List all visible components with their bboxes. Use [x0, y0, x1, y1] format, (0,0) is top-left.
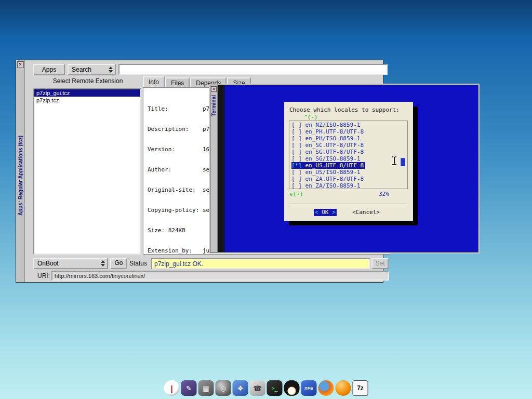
desktop: ✕ Apps: Regular Applications (tcz) Apps …	[0, 0, 532, 399]
terminal-titlebar[interactable]: ✕ Terminal	[210, 85, 218, 252]
tab-files[interactable]: Files	[165, 77, 190, 87]
terminal-title: Terminal	[211, 95, 217, 116]
7zip-icon[interactable]: 7z	[353, 380, 368, 396]
uri-label: URI:	[37, 272, 50, 280]
scroll-up-indicator[interactable]: ^(-)	[304, 114, 318, 121]
locale-list: [ ] en_NZ/ISO-8859-1 [ ] en_PH.UTF-8/UTF…	[289, 121, 408, 189]
locale-item-selected[interactable]: [*] en_US.UTF-8/UTF-8	[291, 162, 365, 169]
onboot-label: OnBoot	[37, 260, 59, 267]
print-icon[interactable]: ☎	[250, 380, 265, 396]
close-icon[interactable]: ✕	[17, 61, 24, 68]
scroll-percent: 32%	[379, 191, 389, 197]
updown-arrows-icon	[108, 66, 114, 73]
go-button[interactable]: Go	[110, 258, 127, 269]
dialog-separator	[288, 204, 409, 204]
set-button: Set	[371, 258, 389, 269]
scroll-down-indicator[interactable]: v(+)	[289, 191, 303, 197]
search-mode-dropdown[interactable]: Search	[68, 64, 116, 75]
terminal-scrollbar[interactable]	[218, 85, 224, 252]
locale-item[interactable]: [ ] en_US/ISO-8859-1	[291, 169, 360, 176]
tux-icon[interactable]	[284, 380, 300, 396]
cancel-button[interactable]: <Cancel>	[352, 209, 380, 216]
apps-window-title: Apps: Regular Applications (tcz)	[18, 136, 23, 216]
ok-button[interactable]: < OK >	[314, 209, 337, 216]
terminal-icon[interactable]: >_	[267, 380, 283, 396]
list-item[interactable]: p7zip.tcz	[34, 97, 140, 104]
status-field[interactable]	[151, 258, 370, 269]
close-icon[interactable]: ✕	[211, 86, 217, 92]
locale-item[interactable]: [ ] en_PH/ISO-8859-1	[291, 135, 360, 142]
power-icon[interactable]: |	[164, 380, 180, 396]
extension-listbox[interactable]: p7zip_gui.tcz p7zip.tcz	[33, 88, 141, 255]
ibeam-cursor-icon	[392, 156, 396, 165]
status-label: Status	[129, 260, 147, 267]
dock: | ✎ ▤ ◎ ❖ ☎ >_ XFE 7z	[164, 380, 368, 396]
locale-item[interactable]: [ ] en_SC.UTF-8/UTF-8	[291, 142, 364, 149]
terminal-window: ✕ Terminal Choose which locales to suppo…	[210, 85, 478, 252]
scrollbar-thumb[interactable]	[401, 158, 405, 166]
fetch-icon[interactable]	[336, 380, 351, 396]
locale-item[interactable]: [ ] en_NZ/ISO-8859-1	[291, 122, 360, 128]
locale-item[interactable]: [ ] en_ZA.UTF-8/UTF-8	[291, 176, 364, 182]
dialog-title: Choose which locales to support:	[289, 107, 400, 113]
tab-info[interactable]: Info	[143, 76, 165, 87]
firefox-icon[interactable]	[318, 380, 334, 396]
locale-item[interactable]: [ ] en_PH.UTF-8/UTF-8	[291, 128, 364, 135]
locale-item[interactable]: [ ] en_SG.UTF-8/UTF-8	[291, 149, 364, 155]
list-item[interactable]: p7zip_gui.tcz	[34, 89, 140, 97]
xfe-icon[interactable]: XFE	[301, 380, 317, 396]
locale-item[interactable]: [ ] en_SG/ISO-8859-1	[291, 155, 360, 162]
uri-field[interactable]	[51, 271, 389, 281]
search-mode-label: Search	[72, 66, 91, 73]
image-viewer-icon[interactable]: ▤	[198, 380, 214, 396]
terminal-screen[interactable]: Choose which locales to support: ^(-) [ …	[224, 85, 478, 252]
editor-icon[interactable]: ✎	[181, 380, 197, 396]
list-header: Select Remote Extension	[33, 77, 142, 85]
apps-menu-button[interactable]: Apps	[33, 64, 65, 75]
updown-arrows-icon	[100, 260, 106, 267]
search-icon[interactable]: ◎	[216, 380, 231, 396]
search-input[interactable]	[118, 64, 388, 75]
apps-window-titlebar[interactable]: ✕ Apps: Regular Applications (tcz)	[16, 60, 25, 282]
control-panel-icon[interactable]: ❖	[233, 380, 248, 396]
locale-item[interactable]: [ ] en_ZA/ISO-8859-1	[291, 182, 360, 189]
onboot-dropdown[interactable]: OnBoot	[33, 258, 108, 269]
